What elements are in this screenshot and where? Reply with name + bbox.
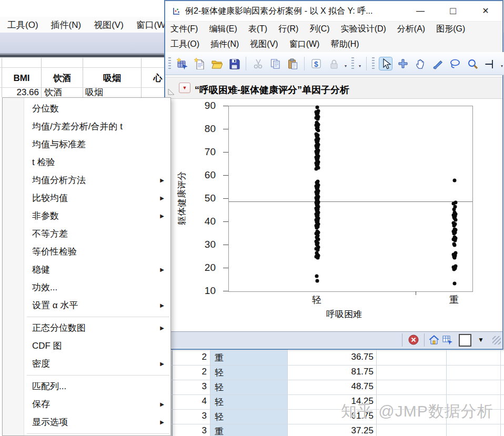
crosshair-icon[interactable] (483, 57, 496, 70)
home-icon[interactable] (428, 334, 440, 346)
fg-menu-item[interactable]: 列(C) (309, 24, 329, 35)
toolbar-dropdown-icon[interactable]: ▾ (359, 59, 361, 68)
data-point[interactable] (453, 281, 457, 285)
table-script-icon[interactable] (442, 334, 453, 346)
data-point[interactable] (452, 268, 456, 271)
maximize-button[interactable]: □ (444, 1, 462, 21)
cell-count[interactable]: 3 (175, 425, 207, 436)
cut-icon[interactable] (251, 57, 264, 70)
menu-item-稳健[interactable]: 稳健▶ (3, 261, 170, 279)
table-cell[interactable]: 吸烟 (85, 88, 103, 97)
column-header[interactable]: BMI (3, 72, 41, 85)
cell-health-score[interactable]: 36.75 (295, 352, 374, 362)
bg-menu-item[interactable]: 插件(N) (51, 19, 82, 31)
bg-menu-item[interactable]: 窗口(W (136, 19, 166, 31)
preferences-icon[interactable]: $ (310, 57, 322, 70)
open-icon[interactable] (210, 57, 223, 70)
save-icon[interactable] (228, 57, 240, 70)
oneway-scatter-plot[interactable] (228, 106, 473, 292)
hand-icon[interactable] (414, 57, 427, 70)
x-category-label[interactable]: 轻 (301, 293, 332, 306)
lock-icon[interactable] (327, 57, 340, 70)
menu-item-匹配列...[interactable]: 匹配列... (3, 378, 170, 396)
fg-menu-item[interactable]: 分析(A) (397, 24, 425, 35)
data-point[interactable] (316, 256, 320, 260)
bg-menu-item[interactable]: 工具(O) (7, 19, 38, 31)
menu-item-CDF 图[interactable]: CDF 图 (3, 337, 170, 355)
fg-menu-item[interactable]: 图形(G) (436, 24, 465, 35)
cell-count[interactable]: 2 (175, 352, 207, 362)
data-point[interactable] (453, 256, 457, 260)
menu-item-保存[interactable]: 保存▶ (3, 396, 170, 413)
table-cell[interactable]: 23.66 (8, 88, 39, 97)
minimize-button[interactable]: — (411, 1, 429, 21)
toolbar-dropdown-icon[interactable]: ▾ (345, 59, 347, 68)
toolbar-dropdown-icon[interactable]: ▾ (501, 59, 503, 68)
red-triangle-menu-button[interactable]: ▼ (179, 83, 190, 93)
fg-menu-item[interactable]: 视图(V) (250, 39, 278, 50)
menu-item-t 检验[interactable]: t 检验 (3, 154, 170, 171)
menu-item-密度[interactable]: 密度▶ (3, 355, 170, 373)
cell-dyspnea[interactable]: 重 (215, 352, 224, 364)
toolbar-grip[interactable] (168, 57, 171, 70)
fg-menu-item[interactable]: 表(T) (248, 24, 267, 35)
menu-item-等价性检验[interactable]: 等价性检验 (3, 243, 170, 261)
data-grid[interactable]: 2重36.752轻81.753轻48.754轻14.253轻61.753重37.… (172, 349, 504, 436)
dropdown-arrow-icon[interactable]: ▼ (478, 336, 484, 343)
cell-count[interactable]: 2 (175, 367, 207, 377)
arrow-icon[interactable] (379, 57, 392, 70)
toolbar-grip[interactable] (372, 57, 375, 70)
brush-icon[interactable] (431, 57, 444, 70)
plus-icon[interactable] (397, 57, 409, 70)
delete-icon[interactable] (408, 334, 419, 346)
data-point[interactable] (452, 224, 456, 227)
menu-item-功效...[interactable]: 功效... (3, 279, 170, 297)
menu-item-均值与标准差[interactable]: 均值与标准差 (3, 136, 170, 154)
report-outline-header[interactable]: ▼ “呼吸困难-躯体健康评分”单因子分析 (165, 77, 502, 99)
toolbar-grip[interactable] (351, 57, 354, 70)
cell-dyspnea[interactable]: 重 (215, 425, 224, 436)
new-table-icon[interactable] (176, 57, 188, 70)
data-point[interactable] (317, 129, 320, 133)
menu-item-分位数[interactable]: 分位数 (3, 100, 170, 118)
x-category-label[interactable]: 重 (438, 293, 470, 306)
cell-health-score[interactable]: 48.75 (295, 381, 374, 392)
fg-menu-item[interactable]: 插件(N) (210, 39, 239, 50)
menu-item-设置 α 水平[interactable]: 设置 α 水平▶ (3, 297, 170, 315)
data-point[interactable] (316, 279, 319, 283)
resize-grip[interactable] (492, 336, 501, 344)
menu-item-均值/方差分析/合并的 t[interactable]: 均值/方差分析/合并的 t (3, 118, 170, 136)
cell-count[interactable]: 3 (175, 381, 207, 392)
fg-menu-item[interactable]: 窗口(W) (289, 39, 320, 50)
copy-icon[interactable] (269, 57, 281, 70)
fg-menu-item[interactable]: 实验设计(D) (341, 24, 386, 35)
menu-item-比较均值[interactable]: 比较均值▶ (3, 189, 170, 207)
lasso-icon[interactable] (449, 57, 461, 70)
menu-item-正态分位数图[interactable]: 正态分位数图▶ (3, 319, 170, 337)
cell-health-score[interactable]: 37.25 (295, 425, 374, 436)
table-cell[interactable]: 饮酒 (44, 88, 62, 97)
data-point[interactable] (315, 275, 319, 278)
color-swatch[interactable] (459, 334, 471, 347)
data-point[interactable] (453, 244, 457, 247)
cell-health-score[interactable]: 81.75 (295, 367, 374, 377)
bg-menu-item[interactable]: 视图(V) (94, 19, 124, 31)
cell-dyspnea[interactable]: 轻 (215, 411, 224, 423)
title-bar[interactable]: 例2-躯体健康影响因素分析案例 - 以 X 拟合 Y: 呼... — □ ✕ (165, 1, 502, 22)
cell-dyspnea[interactable]: 轻 (215, 367, 224, 379)
new-script-icon[interactable] (193, 57, 206, 70)
fg-menu-item[interactable]: 帮助(H) (330, 39, 359, 50)
close-button[interactable]: ✕ (477, 1, 495, 21)
fg-menu-item[interactable]: 工具(O) (170, 39, 199, 50)
menu-item-显示选项[interactable]: 显示选项▶ (3, 413, 170, 431)
data-point[interactable] (454, 218, 458, 221)
cell-dyspnea[interactable]: 轻 (215, 396, 224, 408)
fg-menu-item[interactable]: 行(R) (278, 24, 298, 35)
data-point[interactable] (453, 178, 457, 182)
data-point[interactable] (315, 167, 318, 170)
menu-item-均值分析方法[interactable]: 均值分析方法▶ (3, 171, 170, 189)
cell-count[interactable]: 4 (175, 396, 207, 407)
collapse-wedge-icon[interactable] (167, 88, 176, 96)
menu-item-不等方差[interactable]: 不等方差 (3, 225, 170, 243)
column-header[interactable]: 饮酒 (42, 72, 82, 85)
